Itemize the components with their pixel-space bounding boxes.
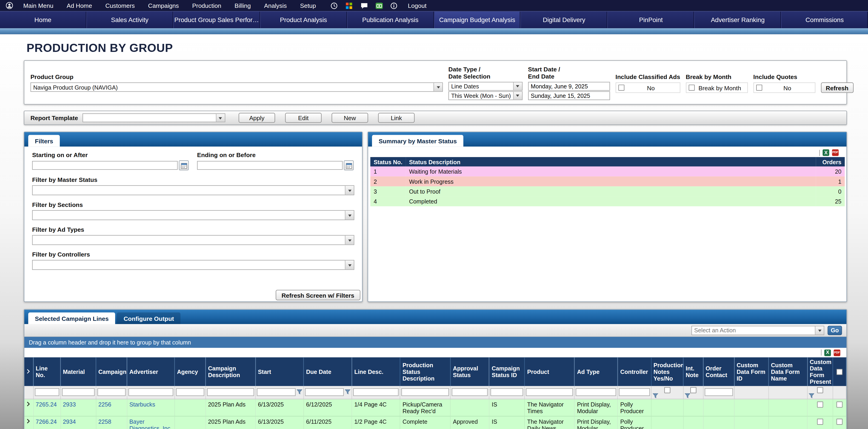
chevron-right-icon[interactable] xyxy=(27,419,31,424)
tab-home[interactable]: Home xyxy=(0,12,86,28)
link-button[interactable]: Link xyxy=(378,113,415,123)
summary-col-status-no[interactable]: Status No. xyxy=(370,157,406,166)
filter-agency-input[interactable] xyxy=(176,388,204,396)
funnel-icon[interactable] xyxy=(345,390,350,395)
funnel-icon[interactable] xyxy=(297,390,302,395)
filter-start-input[interactable] xyxy=(257,388,296,396)
chevron-down-icon[interactable] xyxy=(216,114,225,122)
chevron-down-icon[interactable] xyxy=(345,260,354,269)
filter-advertiser-input[interactable] xyxy=(128,388,173,396)
tab-digital-delivery[interactable]: Digital Delivery xyxy=(521,12,608,28)
col-order-contact[interactable]: Order Contact xyxy=(703,357,734,386)
tab-selected-campaign-lines[interactable]: Selected Campaign Lines xyxy=(28,312,115,324)
chevron-right-icon[interactable] xyxy=(27,401,31,406)
tab-configure-output[interactable]: Configure Output xyxy=(117,312,181,324)
edit-button[interactable]: Edit xyxy=(285,113,321,123)
starting-on-input[interactable] xyxy=(32,161,178,170)
apply-button[interactable]: Apply xyxy=(239,113,275,123)
filter-approval-status-input[interactable] xyxy=(452,388,488,396)
col-custom-data-form-id[interactable]: Custom Data Form ID xyxy=(734,357,769,386)
menu-campaigns[interactable]: Campaigns xyxy=(142,2,186,9)
filter-material-input[interactable] xyxy=(62,388,94,396)
funnel-icon[interactable] xyxy=(685,393,702,399)
refresh-screen-filters-button[interactable]: Refresh Screen w/ Filters xyxy=(275,290,361,300)
menu-production[interactable]: Production xyxy=(186,2,228,9)
chevron-down-icon[interactable] xyxy=(345,186,354,195)
col-campaign[interactable]: Campaign xyxy=(96,357,127,386)
include-classified-checkbox[interactable] xyxy=(618,85,624,91)
ending-on-input[interactable] xyxy=(197,161,342,170)
calendar-icon[interactable] xyxy=(179,160,189,170)
advertiser-link[interactable]: Bayer Diagnostics, Inc xyxy=(129,418,170,429)
funnel-icon[interactable] xyxy=(652,393,682,399)
tab-filters[interactable]: Filters xyxy=(28,135,60,147)
action-select[interactable]: Select an Action xyxy=(691,325,824,335)
col-ad-type[interactable]: Ad Type xyxy=(575,357,618,386)
break-by-month-checkbox[interactable] xyxy=(688,85,694,91)
calendar-icon[interactable] xyxy=(344,160,353,170)
line-no-link[interactable]: 7266.24 xyxy=(36,418,57,425)
logout-button[interactable]: Logout xyxy=(401,2,433,9)
col-production-notes[interactable]: Production Notes Yes/No xyxy=(651,357,683,386)
material-link[interactable]: 2933 xyxy=(63,401,75,407)
col-campaign-description[interactable]: Campaign Description xyxy=(206,357,255,386)
menu-main-menu[interactable]: Main Menu xyxy=(17,2,60,9)
menu-customers[interactable]: Customers xyxy=(99,2,142,9)
chevron-down-icon[interactable] xyxy=(513,92,522,99)
date-selection-select[interactable]: This Week (Mon - Sun) xyxy=(448,91,523,100)
col-custom-data-form-present[interactable]: Custom Data Form Present xyxy=(807,357,833,386)
col-controller[interactable]: Controller xyxy=(618,357,651,386)
line-no-link[interactable]: 7265.24 xyxy=(36,401,57,407)
col-production-status-description[interactable]: Production Status Description xyxy=(400,357,450,386)
menu-setup[interactable]: Setup xyxy=(293,2,322,9)
funnel-icon[interactable] xyxy=(809,393,832,399)
user-icon[interactable] xyxy=(5,2,13,9)
summary-col-orders[interactable]: Orders xyxy=(816,157,845,166)
chevron-down-icon[interactable] xyxy=(815,326,824,334)
group-by-drop-zone[interactable]: Drag a column header and drop it here to… xyxy=(24,337,846,348)
filter-sections-select[interactable] xyxy=(32,210,354,220)
tab-sales-activity[interactable]: Sales Activity xyxy=(86,12,173,28)
filter-ad-types-select[interactable] xyxy=(32,235,354,245)
campaign-link[interactable]: 2258 xyxy=(98,418,111,425)
filter-campaign-description-input[interactable] xyxy=(207,388,254,396)
filter-product-input[interactable] xyxy=(526,388,573,396)
col-due-date[interactable]: Due Date xyxy=(304,357,352,386)
menu-analysis[interactable]: Analysis xyxy=(257,2,293,9)
go-button[interactable]: Go xyxy=(828,325,842,335)
row-select-checkbox[interactable] xyxy=(836,419,842,425)
excel-export-icon[interactable]: X xyxy=(823,149,829,156)
tab-campaign-budget-analysis[interactable]: Campaign Budget Analysis xyxy=(434,12,521,28)
col-custom-data-form-name[interactable]: Custom Data Form Name xyxy=(769,357,807,386)
cdf-present-checkbox[interactable] xyxy=(817,419,823,425)
col-line-no[interactable]: Line No. xyxy=(33,357,60,386)
filter-production-status-input[interactable] xyxy=(401,388,449,396)
product-group-select[interactable]: Naviga Product Group (NAVIGA) xyxy=(30,82,443,92)
apps-grid-icon[interactable] xyxy=(345,2,353,9)
summary-col-status-description[interactable]: Status Description xyxy=(406,157,816,166)
tab-product-group-sales-performance[interactable]: Product Group Sales Perfor… xyxy=(173,12,260,28)
chevron-down-icon[interactable] xyxy=(434,83,442,91)
advertiser-link[interactable]: Starbucks xyxy=(129,401,155,407)
filter-order-contact-input[interactable] xyxy=(705,388,733,396)
pdf-export-icon[interactable]: PDF xyxy=(834,349,840,356)
chevron-down-icon[interactable] xyxy=(345,211,354,220)
excel-export-icon[interactable]: X xyxy=(824,349,831,356)
date-type-select[interactable]: Line Dates xyxy=(448,81,523,91)
menu-ad-home[interactable]: Ad Home xyxy=(60,2,99,9)
tab-summary-by-master-status[interactable]: Summary by Master Status xyxy=(372,135,463,147)
col-int-note[interactable]: Int. Note xyxy=(683,357,703,386)
col-start[interactable]: Start xyxy=(255,357,304,386)
end-date-input[interactable] xyxy=(528,91,610,100)
filter-due-date-input[interactable] xyxy=(305,388,344,396)
filter-line-no-input[interactable] xyxy=(35,388,59,396)
filter-ad-type-input[interactable] xyxy=(576,388,616,396)
filter-master-status-select[interactable] xyxy=(32,185,354,195)
filter-campaign-status-id-input[interactable] xyxy=(491,388,523,396)
new-button[interactable]: New xyxy=(332,113,368,123)
info-icon[interactable] xyxy=(390,2,398,9)
row-select-checkbox[interactable] xyxy=(836,402,842,408)
filter-int-note-checkbox[interactable] xyxy=(690,387,696,393)
pdf-export-icon[interactable]: PDF xyxy=(832,149,839,156)
tab-pinpoint[interactable]: PinPoint xyxy=(608,12,694,28)
